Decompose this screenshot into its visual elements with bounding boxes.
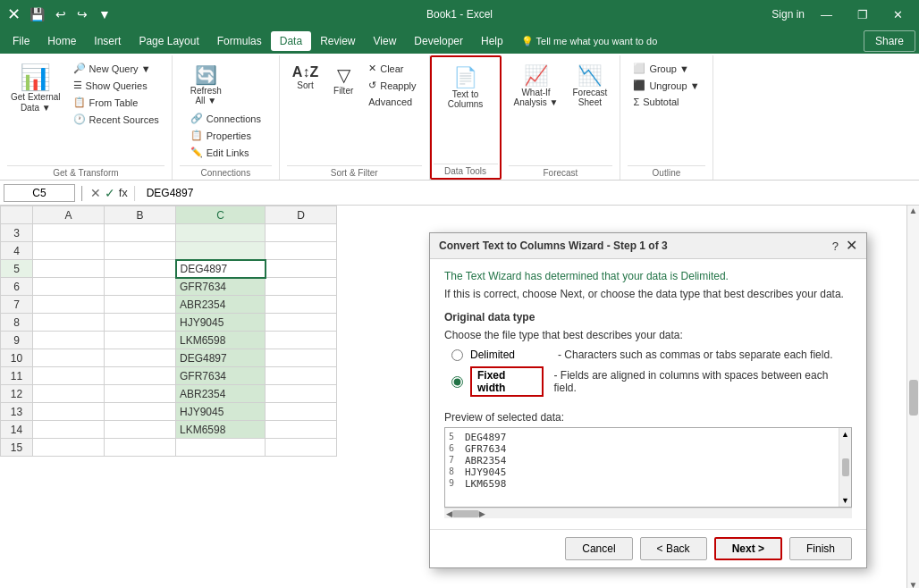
preview-scrollbar[interactable]: ▲ ▼ (839, 428, 851, 507)
cell-c12[interactable]: ABR2354 (176, 385, 266, 403)
insert-function-icon[interactable]: fx (119, 186, 128, 199)
dialog-help-button[interactable]: ? (832, 239, 839, 253)
properties-button[interactable]: 📋 Properties (185, 128, 266, 143)
cell-c6[interactable]: GFR7634 (176, 278, 266, 296)
cell-c4[interactable] (176, 242, 266, 260)
preview-scroll-up[interactable]: ▲ (841, 430, 849, 439)
cell-b15[interactable] (105, 439, 176, 457)
radio-fixed-width[interactable] (451, 376, 463, 388)
cell-a14[interactable] (33, 421, 105, 439)
cell-d9[interactable] (266, 332, 337, 349)
cell-a8[interactable] (33, 314, 105, 332)
minimize-button[interactable]: — (812, 4, 841, 25)
scroll-up-arrow[interactable]: ▲ (909, 206, 918, 215)
cell-b7[interactable] (105, 296, 176, 314)
menu-home[interactable]: Home (38, 31, 85, 51)
menu-page-layout[interactable]: Page Layout (130, 31, 207, 51)
group-button[interactable]: ⬜ Group ▼ (628, 61, 704, 76)
finish-button[interactable]: Finish (789, 537, 852, 560)
cell-b8[interactable] (105, 314, 176, 332)
cancel-button[interactable]: Cancel (565, 537, 632, 560)
sign-in-link[interactable]: Sign in (771, 8, 805, 21)
cell-c10[interactable]: DEG4897 (176, 349, 266, 367)
edit-links-button[interactable]: ✏️ Edit Links (185, 145, 266, 160)
radio-delimited[interactable] (451, 349, 463, 361)
cell-c15[interactable] (176, 439, 266, 457)
vertical-scrollbar[interactable]: ▲ ▼ (906, 206, 919, 588)
subtotal-button[interactable]: Σ Subtotal (628, 95, 704, 109)
radio-fixed-width-label[interactable]: Fixed width (470, 366, 544, 397)
cell-d12[interactable] (266, 385, 337, 403)
menu-help[interactable]: Help (472, 31, 512, 51)
radio-delimited-label[interactable]: Delimited (470, 349, 551, 361)
recent-sources-button[interactable]: 🕐 Recent Sources (68, 112, 164, 127)
cell-d7[interactable] (266, 296, 337, 314)
cell-a7[interactable] (33, 296, 105, 314)
from-table-button[interactable]: 📋 From Table (68, 95, 164, 110)
cell-b11[interactable] (105, 367, 176, 385)
cell-d5[interactable] (266, 260, 337, 278)
cell-d3[interactable] (266, 224, 337, 242)
cell-d13[interactable] (266, 403, 337, 421)
hscroll-left[interactable]: ◀ (446, 509, 452, 518)
cell-c13[interactable]: HJY9045 (176, 403, 266, 421)
text-to-columns-button[interactable]: 📄 Text toColumns (443, 63, 488, 113)
cell-a11[interactable] (33, 367, 105, 385)
cell-b9[interactable] (105, 332, 176, 349)
cell-b6[interactable] (105, 278, 176, 296)
cell-b10[interactable] (105, 349, 176, 367)
menu-file[interactable]: File (4, 31, 38, 51)
menu-data[interactable]: Data (271, 31, 311, 51)
col-header-d[interactable]: D (266, 206, 337, 224)
cell-a13[interactable] (33, 403, 105, 421)
cell-b13[interactable] (105, 403, 176, 421)
dialog-close-button[interactable]: ✕ (846, 239, 857, 253)
undo-button[interactable]: ↩ (52, 5, 70, 23)
menu-review[interactable]: Review (311, 31, 364, 51)
connections-button[interactable]: 🔗 Connections (185, 111, 266, 126)
cell-d4[interactable] (266, 242, 337, 260)
preview-hscrollbar[interactable]: ◀ ▶ (444, 508, 852, 518)
cell-a12[interactable] (33, 385, 105, 403)
text-to-columns-dialog[interactable]: Convert Text to Columns Wizard - Step 1 … (429, 232, 867, 568)
cell-b4[interactable] (105, 242, 176, 260)
filter-button[interactable]: ▽ Filter (327, 61, 359, 99)
col-header-a[interactable]: A (33, 206, 105, 224)
save-button[interactable]: 💾 (26, 5, 48, 23)
scroll-down-arrow[interactable]: ▼ (909, 580, 918, 588)
what-if-analysis-button[interactable]: 📈 What-IfAnalysis ▼ (509, 61, 564, 111)
clear-button[interactable]: ✕ Clear (363, 61, 421, 76)
cell-d10[interactable] (266, 349, 337, 367)
cell-c8[interactable]: HJY9045 (176, 314, 266, 332)
reapply-button[interactable]: ↺ Reapply (363, 78, 421, 93)
cell-b3[interactable] (105, 224, 176, 242)
cell-c14[interactable]: LKM6598 (176, 421, 266, 439)
cell-d11[interactable] (266, 367, 337, 385)
ungroup-button[interactable]: ⬛ Ungroup ▼ (628, 78, 704, 93)
cell-reference-box[interactable] (4, 184, 75, 202)
close-button[interactable]: ✕ (884, 4, 912, 25)
cell-c7[interactable]: ABR2354 (176, 296, 266, 314)
cell-d8[interactable] (266, 314, 337, 332)
cell-d15[interactable] (266, 439, 337, 457)
cell-a5[interactable] (33, 260, 105, 278)
cell-c5[interactable]: DEG4897 (176, 260, 266, 278)
sort-button[interactable]: A↕Z Sort (287, 61, 324, 94)
col-header-b[interactable]: B (105, 206, 176, 224)
formula-input[interactable] (143, 187, 915, 199)
menu-formulas[interactable]: Formulas (208, 31, 271, 51)
col-header-c[interactable]: C (176, 206, 266, 224)
cell-b12[interactable] (105, 385, 176, 403)
menu-view[interactable]: View (365, 31, 406, 51)
cell-b5[interactable] (105, 260, 176, 278)
cell-a3[interactable] (33, 224, 105, 242)
show-queries-button[interactable]: ☰ Show Queries (68, 78, 164, 93)
cell-a6[interactable] (33, 278, 105, 296)
forecast-sheet-button[interactable]: 📉 ForecastSheet (567, 61, 612, 111)
hscroll-right[interactable]: ▶ (479, 509, 485, 518)
menu-insert[interactable]: Insert (85, 31, 130, 51)
new-query-button[interactable]: 🔎 New Query ▼ (68, 61, 164, 76)
restore-button[interactable]: ❐ (848, 4, 877, 25)
back-button[interactable]: < Back (640, 537, 707, 560)
next-button[interactable]: Next > (714, 537, 782, 560)
